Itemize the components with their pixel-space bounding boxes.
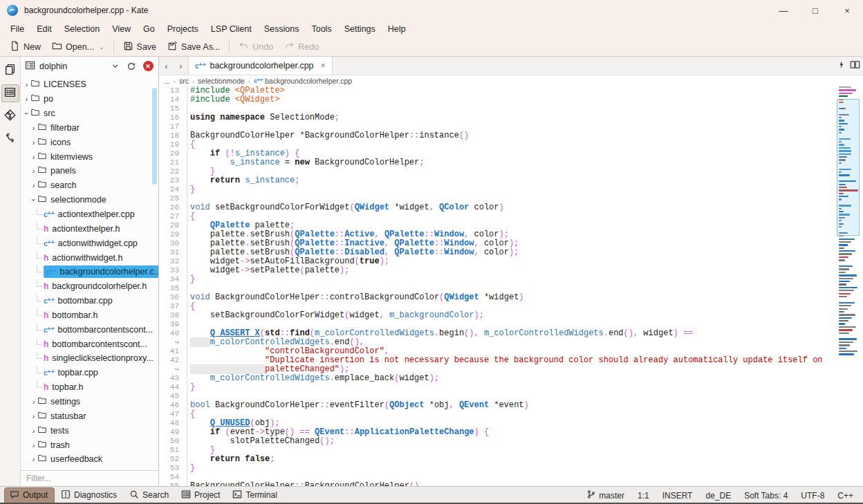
quick-open-bolt-icon[interactable] (837, 59, 846, 72)
tree-item-po[interactable]: ›po (21, 92, 158, 106)
dictionary-status[interactable]: de_DE (705, 491, 731, 501)
tree-item-label: bottombarcontentscont... (57, 325, 153, 335)
breadcrumb-item[interactable]: selectionmode (198, 77, 245, 85)
chevron-down-icon[interactable] (109, 60, 121, 73)
tree-scrollbar[interactable] (152, 88, 157, 185)
tree-item-settings[interactable]: ›settings (21, 395, 158, 409)
tab-backgroundcolorhelper[interactable]: c⁺⁺ backgroundcolorhelper.cpp × (188, 57, 333, 75)
tab-width-status[interactable]: Soft Tabs: 4 (744, 491, 788, 501)
tree-item-bottombar-cpp[interactable]: c⁺⁺bottombar.cpp (21, 294, 158, 308)
line-number: 44 (159, 383, 187, 392)
tree-item-bottombar-h[interactable]: hbottombar.h (21, 308, 158, 323)
expander-icon[interactable]: › (30, 124, 37, 132)
git-branch-status[interactable]: master (586, 489, 624, 501)
tree-item-actionwithwidget-cpp[interactable]: c⁺⁺actionwithwidget.cpp (21, 236, 158, 250)
expander-icon[interactable]: › (23, 110, 31, 118)
tree-item-topbar-cpp[interactable]: c⁺⁺topbar.cpp (21, 366, 158, 380)
code-editor[interactable]: 13#include <QPalette>14#include <QWidget… (159, 86, 863, 486)
search-button[interactable]: Search (124, 488, 175, 503)
output-button[interactable]: Output (4, 487, 55, 504)
tree-item-actionwithwidget-h[interactable]: hactionwithwidget.h (21, 250, 158, 265)
expander-icon[interactable]: › (30, 427, 37, 435)
terminal-button[interactable]: Terminal (228, 488, 283, 503)
tree-item-search[interactable]: ›search (21, 178, 158, 193)
expander-icon[interactable]: › (30, 181, 37, 189)
new-button[interactable]: New (4, 39, 46, 55)
menu-projects[interactable]: Projects (161, 22, 205, 36)
input-mode-status[interactable]: INSERT (662, 491, 693, 501)
history-back-icon[interactable]: ‹ (159, 57, 174, 75)
split-view-icon[interactable] (850, 59, 860, 73)
save-as-button[interactable]: Save As... (162, 39, 225, 55)
expander-icon[interactable]: › (30, 441, 37, 449)
tree-item-filterbar[interactable]: ›filterbar (21, 121, 158, 136)
project-button[interactable]: Project (176, 488, 226, 503)
tree-item-backgroundcolorhelper-h[interactable]: hbackgroundcolorhelper.h (21, 279, 158, 294)
redo-button[interactable]: Redo (279, 39, 324, 55)
tree-item-src[interactable]: ›src (21, 106, 158, 121)
breadcrumb-item[interactable]: src (179, 77, 189, 85)
tree-item-actiontexthelper-h[interactable]: hactiontexthelper.h (21, 221, 158, 236)
cpp-file-icon: c⁺⁺ (44, 210, 54, 218)
open-button[interactable]: Open...⌄ (46, 39, 110, 55)
tree-item-singleclickselectionproxy-[interactable]: hsingleclickselectionproxy... (21, 351, 158, 366)
tree-item-userfeedback[interactable]: ›userfeedback (21, 452, 158, 467)
code-line: 53} (159, 464, 833, 473)
close-project-icon[interactable]: ✕ (142, 60, 154, 73)
expander-icon[interactable]: › (30, 167, 37, 175)
syntax-mode-status[interactable]: C++ (837, 491, 853, 501)
menu-edit[interactable]: Edit (30, 22, 58, 36)
tool-view-documents[interactable] (1, 62, 19, 80)
tool-view-projects[interactable] (1, 84, 19, 102)
tree-item-statusbar[interactable]: ›statusbar (21, 409, 158, 423)
tree-item-label: search (50, 180, 77, 190)
tree-item-backgroundcolorhelper-c-[interactable]: c⁺⁺backgroundcolorhelper.c... (21, 265, 158, 279)
expander-icon[interactable]: › (23, 95, 30, 103)
expander-icon[interactable]: › (30, 412, 37, 420)
breadcrumb-item[interactable]: c⁺⁺backgroundcolorhelper.cpp (254, 77, 352, 85)
cursor-position-status[interactable]: 1:1 (638, 491, 649, 501)
tool-view-call-hierarchy[interactable] (1, 130, 19, 148)
breadcrumb-item[interactable]: ... (164, 77, 170, 85)
menu-file[interactable]: File (4, 22, 30, 36)
expander-icon[interactable]: › (23, 80, 30, 88)
menu-go[interactable]: Go (137, 22, 161, 36)
menu-lsp-client[interactable]: LSP Client (205, 22, 258, 36)
tree-item-bottombarcontentscont-[interactable]: hbottombarcontentscont... (21, 337, 158, 351)
tree-item-bottombarcontentscont-[interactable]: c⁺⁺bottombarcontentscont... (21, 322, 158, 337)
encoding-status[interactable]: UTF-8 (801, 491, 824, 501)
diagnostics-button[interactable]: Diagnostics (56, 488, 123, 503)
tree-item-kitemviews[interactable]: ›kitemviews (21, 149, 158, 164)
menu-selection[interactable]: Selection (58, 22, 106, 36)
tree-item-actiontexthelper-cpp[interactable]: c⁺⁺actiontexthelper.cpp (21, 207, 158, 222)
tree-item-tests[interactable]: ›tests (21, 423, 158, 438)
menu-tools[interactable]: Tools (305, 22, 337, 36)
expander-icon[interactable]: › (30, 138, 37, 147)
close-button[interactable]: × (831, 0, 863, 21)
menu-view[interactable]: View (106, 22, 137, 36)
minimap-scrollbar[interactable] (837, 86, 860, 486)
save-button[interactable]: Save (118, 39, 163, 55)
menu-help[interactable]: Help (382, 22, 412, 36)
undo-button[interactable]: Undo (233, 39, 279, 55)
refresh-icon[interactable] (125, 60, 138, 73)
expander-icon[interactable]: › (30, 196, 38, 204)
project-name[interactable]: dolphin (39, 62, 67, 71)
expander-icon[interactable]: › (30, 153, 37, 161)
tree-item-icons[interactable]: ›icons (21, 135, 158, 149)
menu-settings[interactable]: Settings (338, 22, 382, 36)
tree-item-trash[interactable]: ›trash (21, 438, 158, 452)
tree-item-topbar-h[interactable]: htopbar.h (21, 380, 158, 395)
tree-item-panels[interactable]: ›panels (21, 164, 158, 178)
expander-icon[interactable]: › (30, 455, 37, 463)
minimize-button[interactable]: — (768, 0, 799, 21)
maximize-button[interactable]: □ (799, 0, 831, 21)
history-forward-icon[interactable]: › (174, 57, 188, 75)
tab-close-icon[interactable]: × (321, 61, 326, 71)
tool-view-git[interactable] (1, 107, 19, 125)
menu-sessions[interactable]: Sessions (258, 22, 306, 36)
tree-item-selectionmode[interactable]: ›selectionmode (21, 193, 158, 207)
filter-input[interactable] (21, 470, 158, 486)
tree-item-licenses[interactable]: ›LICENSES (21, 77, 158, 92)
expander-icon[interactable]: › (30, 398, 37, 406)
